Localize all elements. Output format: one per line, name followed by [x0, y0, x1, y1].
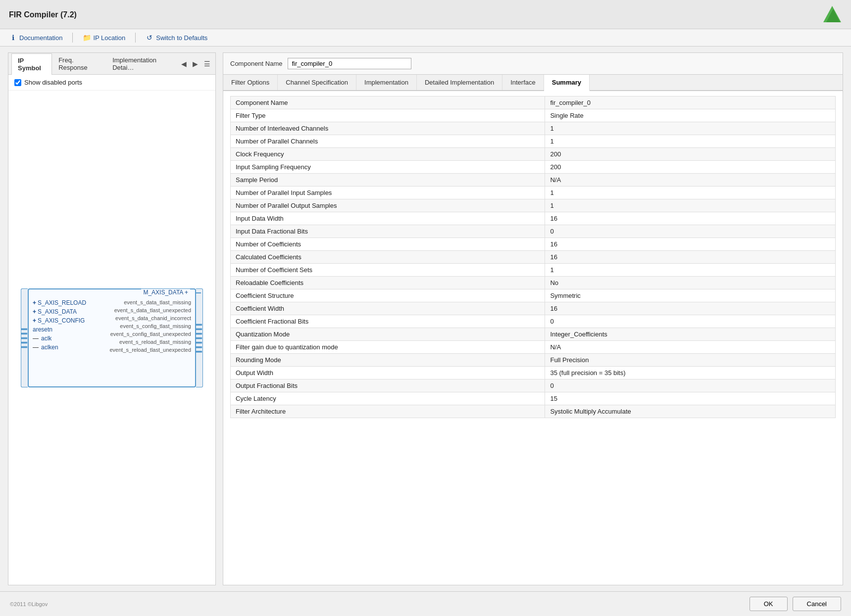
table-cell-value: Symmetric [545, 289, 836, 302]
summary-table-container: Component Namefir_compiler_0Filter TypeS… [223, 91, 843, 585]
table-cell-property: Sample Period [231, 174, 545, 187]
table-cell-value: N/A [545, 174, 836, 187]
table-row: Filter TypeSingle Rate [231, 109, 836, 122]
table-row: Reloadable CoefficientsNo [231, 277, 836, 289]
table-cell-property: Filter Architecture [231, 405, 545, 418]
table-cell-property: Quantization Mode [231, 328, 545, 341]
tab-filter-options[interactable]: Filter Options [223, 75, 278, 90]
show-disabled-ports-checkbox[interactable] [14, 79, 21, 86]
table-row: Quantization ModeInteger_Coefficients [231, 328, 836, 341]
table-row: Number of Coefficient Sets1 [231, 264, 836, 277]
tab-summary[interactable]: Summary [544, 75, 590, 91]
component-name-label: Component Name [230, 60, 283, 67]
port-event-s-reload-tlast-missing: event_s_reload_tlast_missing [105, 338, 195, 346]
table-cell-property: Filter Type [231, 109, 545, 122]
table-cell-property: Input Data Width [231, 212, 545, 225]
switch-defaults-button[interactable]: ↺ Switch to Defaults [146, 34, 207, 42]
table-cell-property: Number of Interleaved Channels [231, 122, 545, 135]
table-row: Coefficient Width16 [231, 302, 836, 315]
info-icon: ℹ [9, 34, 17, 42]
table-cell-value: Single Rate [545, 109, 836, 122]
right-panel: Component Name Filter Options Channel Sp… [223, 52, 843, 585]
show-disabled-ports-row: Show disabled ports [8, 75, 215, 91]
table-cell-property: Calculated Coefficients [231, 251, 545, 264]
table-row: Number of Coefficients16 [231, 238, 836, 251]
toolbar-separator2 [135, 33, 136, 43]
table-cell-value: 16 [545, 251, 836, 264]
component-name-input[interactable] [288, 58, 411, 69]
table-row: Component Namefir_compiler_0 [231, 96, 836, 109]
table-cell-value: Systolic Multiply Accumulate [545, 405, 836, 418]
tab-channel-specification[interactable]: Channel Specification [278, 75, 356, 90]
port-aclken: — aclken [29, 343, 105, 352]
table-cell-value: Integer_Coefficients [545, 328, 836, 341]
table-cell-value: 1 [545, 264, 836, 277]
show-disabled-ports-label: Show disabled ports [24, 79, 82, 86]
left-panel: IP Symbol Freq. Response Implementation … [8, 52, 216, 585]
cancel-button[interactable]: Cancel [793, 597, 841, 611]
table-cell-property: Number of Parallel Channels [231, 135, 545, 148]
main-window: FIR Compiler (7.2) ℹ Documentation 📁 IP … [0, 0, 851, 616]
table-cell-property: Number of Parallel Input Samples [231, 187, 545, 199]
tab-ip-symbol[interactable]: IP Symbol [11, 53, 52, 75]
table-cell-value: 200 [545, 161, 836, 174]
port-s-axis-config: + S_AXIS_CONFIG [29, 316, 105, 325]
table-row: Cycle Latency15 [231, 392, 836, 405]
table-row: Sample PeriodN/A [231, 174, 836, 187]
table-cell-property: Output Fractional Bits [231, 379, 545, 392]
table-cell-property: Input Data Fractional Bits [231, 225, 545, 238]
table-cell-property: Coefficient Width [231, 302, 545, 315]
bottom-bar: ©2011 ©Libgov OK Cancel [0, 591, 851, 616]
vendor-text: ©2011 ©Libgov [10, 601, 48, 607]
ip-location-button[interactable]: 📁 IP Location [83, 34, 125, 42]
table-row: Input Data Width16 [231, 212, 836, 225]
table-row: Filter ArchitectureSystolic Multiply Acc… [231, 405, 836, 418]
table-row: Input Sampling Frequency200 [231, 161, 836, 174]
table-row: Rounding ModeFull Precision [231, 354, 836, 367]
right-ports: event_s_data_tlast_missing event_s_data_… [105, 298, 195, 354]
table-cell-property: Coefficient Fractional Bits [231, 315, 545, 328]
tab-freq-response[interactable]: Freq. Response [52, 53, 106, 74]
table-cell-property: Number of Parallel Output Samples [231, 199, 545, 212]
table-cell-value: 16 [545, 302, 836, 315]
table-cell-value: 0 [545, 225, 836, 238]
tab-detailed-implementation[interactable]: Detailed Implementation [417, 75, 502, 90]
port-event-s-data-tlast-unexpected: event_s_data_tlast_unexpected [105, 306, 195, 314]
xilinx-logo [822, 5, 842, 25]
table-cell-property: Rounding Mode [231, 354, 545, 367]
tab-menu-button[interactable]: ☰ [202, 59, 212, 69]
table-row: Number of Parallel Channels1 [231, 135, 836, 148]
table-row: Filter gain due to quantization modeN/A [231, 341, 836, 354]
table-cell-value: 16 [545, 238, 836, 251]
tab-interface[interactable]: Interface [502, 75, 544, 90]
table-row: Number of Parallel Output Samples1 [231, 199, 836, 212]
tab-implementation-detail[interactable]: Implementation Detai… [106, 53, 179, 74]
table-cell-value: 1 [545, 122, 836, 135]
table-row: Input Data Fractional Bits0 [231, 225, 836, 238]
port-event-s-data-tlast-missing: event_s_data_tlast_missing [105, 298, 195, 306]
table-cell-property: Number of Coefficient Sets [231, 264, 545, 277]
table-cell-property: Filter gain due to quantization mode [231, 341, 545, 354]
port-aclk: — aclk [29, 334, 105, 343]
toolbar-separator [72, 33, 73, 43]
title-bar: FIR Compiler (7.2) [0, 0, 851, 29]
port-event-s-reload-tlast-unexpected: event_s_reload_tlast_unexpected [105, 346, 195, 354]
table-cell-property: Component Name [231, 96, 545, 109]
tab-prev-button[interactable]: ◀ [179, 59, 189, 69]
left-tab-controls: ◀ ▶ ☰ [179, 59, 212, 69]
table-cell-value: No [545, 277, 836, 289]
table-row: Number of Parallel Input Samples1 [231, 187, 836, 199]
documentation-button[interactable]: ℹ Documentation [9, 34, 62, 42]
documentation-label: Documentation [19, 34, 62, 42]
tab-next-button[interactable]: ▶ [191, 59, 200, 69]
table-cell-value: 35 (full precision = 35 bits) [545, 367, 836, 379]
tab-implementation[interactable]: Implementation [356, 75, 417, 90]
switch-defaults-label: Switch to Defaults [156, 34, 207, 42]
table-row: Coefficient Fractional Bits0 [231, 315, 836, 328]
window-title: FIR Compiler (7.2) [9, 10, 77, 19]
table-cell-property: Cycle Latency [231, 392, 545, 405]
table-cell-value: 1 [545, 199, 836, 212]
ok-button[interactable]: OK [750, 597, 788, 611]
port-aresetn: aresetn [29, 325, 105, 334]
table-cell-value: 15 [545, 392, 836, 405]
